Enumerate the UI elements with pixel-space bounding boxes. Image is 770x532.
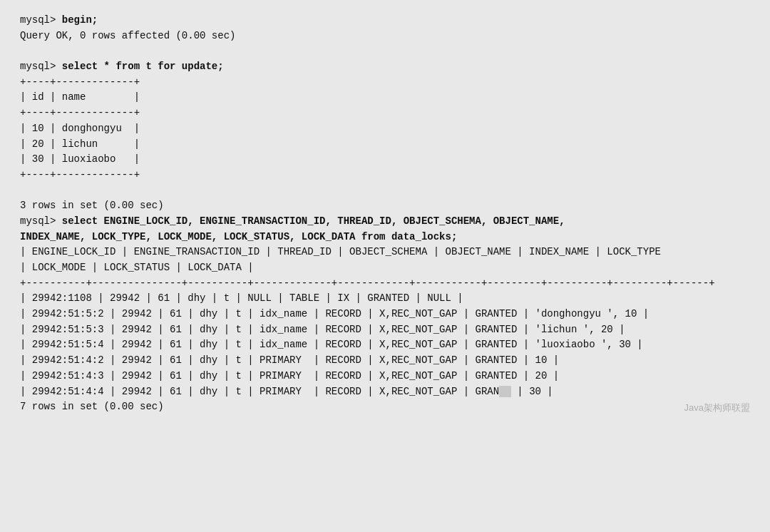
line-26: 7 rows in set (0.00 sec) [20, 399, 750, 415]
line-25: | 29942:51:4:4 | 29942 | 61 | dhy | t | … [20, 384, 750, 400]
cmd-4: select * from t for update; [62, 61, 224, 72]
cmd-15: INDEX_NAME, LOCK_TYPE, LOCK_MODE, LOCK_S… [20, 231, 457, 242]
line-20: | 29942:51:5:2 | 29942 | 61 | dhy | t | … [20, 307, 750, 322]
prompt-1: mysql> [20, 14, 62, 26]
line-23: | 29942:51:4:2 | 29942 | 61 | dhy | t | … [20, 353, 750, 369]
line-15: INDEX_NAME, LOCK_TYPE, LOCK_MODE, LOCK_S… [20, 230, 750, 245]
line-3 [20, 44, 750, 59]
cmd-1: begin; [62, 14, 98, 26]
terminal-window: mysql> begin; Query OK, 0 rows affected … [0, 0, 770, 428]
prompt-14: mysql> [20, 215, 62, 227]
line-9: | 20 | lichun | [20, 137, 750, 153]
line-17: | LOCK_MODE | LOCK_STATUS | LOCK_DATA | [20, 260, 750, 276]
line-12 [20, 183, 750, 199]
watermark: Java架构师联盟 [684, 401, 750, 415]
line-11: +----+-------------+ [20, 168, 750, 183]
cmd-14: select ENGINE_LOCK_ID, ENGINE_TRANSACTIO… [62, 215, 565, 227]
line-22: | 29942:51:5:4 | 29942 | 61 | dhy | t | … [20, 337, 750, 353]
line-16: | ENGINE_LOCK_ID | ENGINE_TRANSACTION_ID… [20, 245, 750, 260]
line-8: | 10 | donghongyu | [20, 121, 750, 137]
line-1: mysql> begin; [20, 13, 750, 29]
line-2: Query OK, 0 rows affected (0.00 sec) [20, 29, 750, 44]
line-13: 3 rows in set (0.00 sec) [20, 198, 750, 214]
line-6: | id | name | [20, 90, 750, 106]
line-19: | 29942:1108 | 29942 | 61 | dhy | t | NU… [20, 291, 750, 307]
line-24: | 29942:51:4:3 | 29942 | 61 | dhy | t | … [20, 369, 750, 384]
line-21: | 29942:51:5:3 | 29942 | 61 | dhy | t | … [20, 322, 750, 338]
line-18: +----------+---------------+----------+-… [20, 276, 750, 292]
prompt-4: mysql> [20, 61, 62, 72]
line-10: | 30 | luoxiaobo | [20, 152, 750, 168]
line-14: mysql> select ENGINE_LOCK_ID, ENGINE_TRA… [20, 214, 750, 230]
line-4: mysql> select * from t for update; [20, 59, 750, 75]
line-7: +----+-------------+ [20, 106, 750, 121]
line-5: +----+-------------+ [20, 75, 750, 91]
